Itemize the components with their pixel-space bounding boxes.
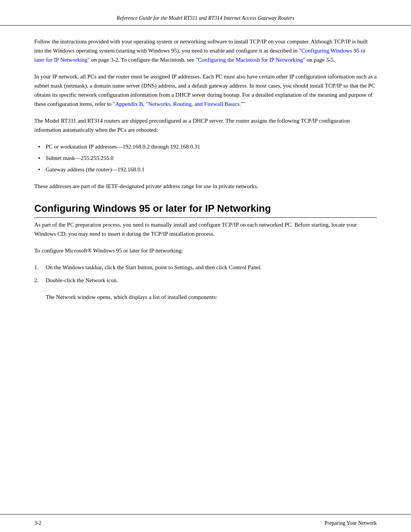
footer-section-title: Preparing Your Network: [325, 520, 377, 526]
header-title: Reference Guide for the Model RT311 and …: [34, 15, 377, 21]
intro1-text-end: on page 3-5.: [305, 57, 335, 63]
intro-paragraph-3: The Model RT311 and RT314 routers are sh…: [34, 116, 377, 134]
section-heading: Configuring Windows 95 or later for IP N…: [34, 202, 377, 218]
intro-paragraph-1: Follow the instructions provided with yo…: [34, 37, 377, 64]
intro1-text-mid: on page 3-2. To configure the Macintosh,…: [90, 57, 196, 63]
intro-paragraph-2: In your IP network, all PCs and the rout…: [34, 72, 377, 109]
section-paragraph-1: As part of the PC preparation process, y…: [34, 220, 377, 238]
ordered-list-item-2: Double-click the Network icon.: [34, 276, 377, 285]
ordered-list-item-1: On the Windows taskbar, click the Start …: [34, 263, 377, 272]
page-footer: 3-2 Preparing Your Network: [0, 514, 411, 532]
footer-page-number: 3-2: [34, 520, 41, 526]
list-item: Subnet mask—255.255.255.0: [34, 153, 377, 163]
bullet-list: PC or workstation IP addresses—192.168.0…: [34, 142, 377, 174]
list-item: PC or workstation IP addresses—192.168.0…: [34, 142, 377, 151]
list-item: Gateway address (the router)—192.168.0.1: [34, 165, 377, 174]
indented-text: The Network window opens, which displays…: [46, 292, 377, 302]
main-content: Follow the instructions provided with yo…: [0, 37, 411, 514]
page-header: Reference Guide for the Model RT311 and …: [0, 0, 411, 26]
link-appendix-b[interactable]: "Appendix B, "Networks, Routing, and Fir…: [113, 101, 246, 107]
ordered-list: On the Windows taskbar, click the Start …: [34, 263, 377, 285]
link-configuring-macintosh[interactable]: "Configuring the Macintosh for IP Networ…: [196, 57, 305, 63]
page: Reference Guide for the Model RT311 and …: [0, 0, 411, 532]
section-paragraph-2: To configure Microsoft® Windows 95 or la…: [34, 246, 377, 255]
after-bullets-text: These addresses are part of the IETF-des…: [34, 182, 377, 191]
